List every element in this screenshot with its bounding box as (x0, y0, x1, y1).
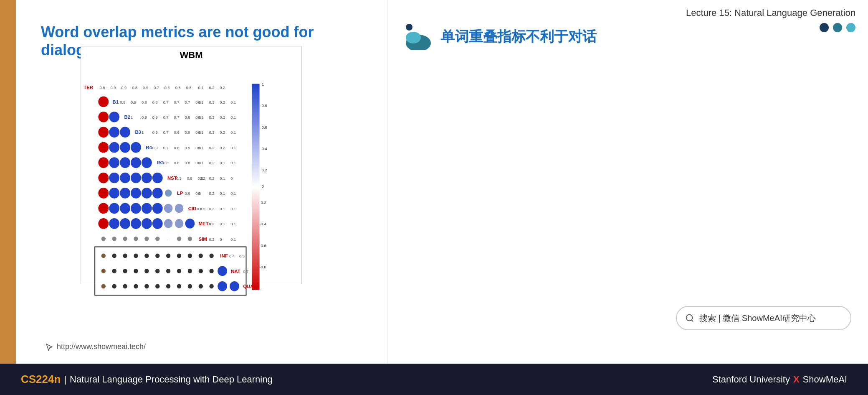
svg-point-85 (120, 173, 130, 183)
nav-dots (820, 23, 855, 32)
svg-text:0.6: 0.6 (174, 130, 180, 135)
svg-point-101 (142, 188, 152, 199)
svg-point-126 (109, 218, 119, 229)
svg-point-209 (406, 32, 421, 43)
slide-url: http://www.showmeai.tech/ (45, 342, 146, 351)
svg-point-58 (131, 142, 141, 153)
url-text: http://www.showmeai.tech/ (57, 342, 146, 351)
svg-text:1: 1 (262, 82, 264, 87)
search-box[interactable]: 搜索 | 微信 ShowMeAI研究中心 (676, 306, 851, 330)
svg-text:-0.6: -0.6 (260, 243, 266, 247)
svg-text:0.1: 0.1 (198, 115, 204, 120)
svg-text:0.1: 0.1 (220, 161, 225, 165)
lecture-title: Lecture 15: Natural Language Generation (686, 8, 855, 18)
svg-text:0.4: 0.4 (262, 146, 267, 151)
correlation-matrix: TER -0.8 -0.9 -0.9 -0.8 -0.9 -0.7 -0.6 -… (81, 62, 301, 300)
showmeai-logo (405, 23, 432, 50)
svg-text:0.1: 0.1 (230, 191, 236, 196)
svg-point-177 (209, 269, 213, 273)
svg-text:-0.4: -0.4 (260, 222, 266, 226)
svg-point-173 (166, 269, 170, 273)
svg-text:0.1: 0.1 (220, 191, 225, 196)
nav-dot-2[interactable] (833, 23, 842, 32)
search-text: 搜索 | 微信 ShowMeAI研究中心 (699, 313, 816, 324)
svg-text:-0.9: -0.9 (109, 85, 116, 90)
svg-text:0.1: 0.1 (230, 115, 236, 120)
svg-text:-0.2: -0.2 (208, 85, 214, 90)
svg-text:-0.8: -0.8 (174, 85, 181, 90)
svg-point-84 (109, 173, 119, 183)
svg-text:0.4: 0.4 (229, 254, 235, 258)
svg-point-192 (218, 281, 227, 291)
svg-point-13 (98, 96, 109, 107)
nav-dot-1[interactable] (820, 23, 829, 32)
course-code: CS224n (21, 373, 61, 386)
svg-point-175 (188, 269, 192, 273)
svg-text:B1: B1 (113, 99, 119, 104)
nav-dot-3[interactable] (846, 23, 855, 32)
svg-text:-0.9: -0.9 (142, 85, 148, 90)
svg-text:0: 0 (198, 191, 200, 196)
course-name: Natural Language Processing with Deep Le… (70, 374, 273, 385)
svg-text:0.9: 0.9 (152, 145, 158, 150)
chart-container: WBM TER -0.8 -0.9 -0.9 -0.8 -0.9 -0.7 -0… (81, 46, 302, 284)
svg-text:0.5: 0.5 (239, 254, 245, 258)
right-panel: Lecture 15: Natural Language Generation … (388, 0, 868, 364)
svg-point-100 (131, 188, 141, 199)
svg-text:-0.2: -0.2 (218, 85, 225, 90)
svg-point-87 (142, 173, 152, 183)
svg-point-156 (134, 254, 138, 258)
svg-point-97 (98, 188, 109, 199)
svg-point-73 (142, 157, 152, 168)
svg-point-71 (120, 157, 130, 168)
svg-rect-195 (252, 84, 260, 290)
svg-text:0.1: 0.1 (230, 99, 236, 104)
svg-text:0.2: 0.2 (209, 176, 214, 181)
svg-point-115 (142, 203, 152, 214)
svg-line-211 (691, 320, 693, 321)
svg-text:LP: LP (177, 191, 183, 196)
svg-point-186 (155, 284, 159, 288)
svg-text:0.2: 0.2 (262, 168, 267, 172)
svg-point-128 (131, 218, 141, 229)
svg-point-69 (98, 157, 109, 168)
svg-text:0.1: 0.1 (198, 161, 204, 165)
svg-point-117 (164, 204, 173, 213)
svg-point-155 (123, 254, 127, 258)
svg-text:0.7: 0.7 (174, 115, 180, 120)
svg-text:-0.6: -0.6 (163, 85, 170, 90)
svg-text:NST: NST (167, 176, 177, 181)
svg-text:0.9: 0.9 (152, 130, 158, 135)
svg-text:0.1: 0.1 (220, 206, 225, 211)
svg-text:B2: B2 (124, 115, 131, 120)
slide-area: Word overlap metrics are not good for di… (16, 0, 387, 364)
svg-point-190 (199, 284, 203, 288)
svg-text:0.1: 0.1 (230, 130, 236, 135)
svg-text:0.7: 0.7 (163, 130, 169, 135)
svg-point-191 (209, 284, 213, 288)
svg-point-55 (98, 142, 109, 153)
svg-point-56 (109, 142, 119, 153)
svg-point-159 (166, 254, 170, 258)
svg-point-127 (120, 218, 130, 229)
svg-text:0.2: 0.2 (209, 237, 214, 241)
svg-point-125 (98, 218, 109, 229)
svg-point-187 (166, 284, 170, 288)
svg-point-193 (230, 281, 239, 291)
svg-text:0.2: 0.2 (209, 145, 214, 150)
svg-point-141 (123, 237, 127, 241)
chinese-section: 单词重叠指标不利于对话 (405, 23, 597, 50)
svg-text:0.7: 0.7 (163, 115, 169, 120)
svg-text:TER: TER (84, 85, 93, 90)
svg-point-28 (109, 112, 119, 122)
svg-point-170 (134, 269, 138, 273)
svg-text:·: · (167, 237, 167, 241)
svg-text:0.9: 0.9 (185, 145, 190, 150)
svg-point-83 (98, 173, 109, 183)
svg-point-133 (185, 219, 195, 229)
left-accent-bar (0, 0, 16, 364)
bottom-left-section: CS224n | Natural Language Processing wit… (21, 373, 273, 386)
svg-text:0.7: 0.7 (163, 145, 169, 150)
svg-point-169 (123, 269, 127, 273)
svg-point-168 (112, 269, 116, 273)
